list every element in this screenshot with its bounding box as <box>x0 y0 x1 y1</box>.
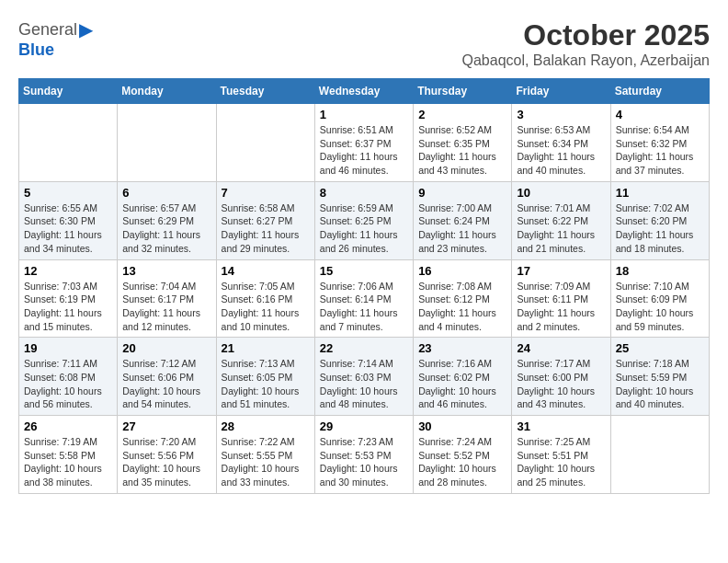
day-number: 20 <box>122 341 210 355</box>
day-number: 12 <box>24 264 112 278</box>
calendar-day-cell: 3Sunrise: 6:53 AM Sunset: 6:34 PM Daylig… <box>512 104 610 182</box>
calendar-day-cell: 31Sunrise: 7:25 AM Sunset: 5:51 PM Dayli… <box>512 416 610 494</box>
day-number: 2 <box>418 108 506 121</box>
day-info: Sunrise: 7:10 AM Sunset: 6:09 PM Dayligh… <box>616 280 704 334</box>
calendar-day-cell: 29Sunrise: 7:23 AM Sunset: 5:53 PM Dayli… <box>314 416 413 494</box>
day-number: 30 <box>418 419 506 433</box>
day-number: 10 <box>517 186 605 200</box>
calendar-day-cell: 14Sunrise: 7:05 AM Sunset: 6:16 PM Dayli… <box>216 259 314 338</box>
day-number: 27 <box>122 419 210 433</box>
day-info: Sunrise: 7:17 AM Sunset: 6:00 PM Dayligh… <box>517 357 605 411</box>
day-info: Sunrise: 6:59 AM Sunset: 6:25 PM Dayligh… <box>320 201 408 256</box>
day-info: Sunrise: 7:13 AM Sunset: 6:05 PM Dayligh… <box>222 357 310 411</box>
day-info: Sunrise: 7:16 AM Sunset: 6:02 PM Dayligh… <box>418 357 506 411</box>
day-info: Sunrise: 7:22 AM Sunset: 5:55 PM Dayligh… <box>222 435 310 489</box>
day-number: 8 <box>320 186 408 200</box>
day-number: 23 <box>418 341 506 355</box>
day-info: Sunrise: 7:08 AM Sunset: 6:12 PM Dayligh… <box>418 280 506 334</box>
calendar-day-cell: 24Sunrise: 7:17 AM Sunset: 6:00 PM Dayli… <box>512 338 610 416</box>
weekday-header-row: SundayMondayTuesdayWednesdayThursdayFrid… <box>19 79 710 104</box>
location-title: Qabaqcol, Balakan Rayon, Azerbaijan <box>461 52 710 69</box>
day-number: 24 <box>517 341 605 355</box>
day-number: 13 <box>122 264 210 278</box>
calendar-day-cell: 25Sunrise: 7:18 AM Sunset: 5:59 PM Dayli… <box>610 338 709 416</box>
day-number: 14 <box>222 264 310 278</box>
day-info: Sunrise: 7:14 AM Sunset: 6:03 PM Dayligh… <box>320 357 408 411</box>
calendar-day-cell: 27Sunrise: 7:20 AM Sunset: 5:56 PM Dayli… <box>118 416 216 494</box>
day-number: 1 <box>320 108 408 121</box>
logo-bird-icon: ▶ <box>79 18 93 40</box>
calendar-week-row: 1Sunrise: 6:51 AM Sunset: 6:37 PM Daylig… <box>19 104 710 182</box>
weekday-header-cell: Tuesday <box>216 79 314 104</box>
logo: General ▶ Blue <box>18 18 93 60</box>
day-info: Sunrise: 7:18 AM Sunset: 5:59 PM Dayligh… <box>616 357 704 411</box>
day-number: 26 <box>24 419 112 433</box>
weekday-header-cell: Friday <box>512 79 610 104</box>
day-info: Sunrise: 7:23 AM Sunset: 5:53 PM Dayligh… <box>320 435 408 489</box>
day-info: Sunrise: 7:20 AM Sunset: 5:56 PM Dayligh… <box>122 435 210 489</box>
weekday-header-cell: Saturday <box>610 79 709 104</box>
calendar-day-cell: 16Sunrise: 7:08 AM Sunset: 6:12 PM Dayli… <box>414 259 512 338</box>
calendar-day-cell <box>216 104 314 182</box>
calendar-week-row: 19Sunrise: 7:11 AM Sunset: 6:08 PM Dayli… <box>19 338 710 416</box>
day-number: 5 <box>24 186 112 200</box>
day-number: 15 <box>320 264 408 278</box>
weekday-header-cell: Monday <box>118 79 216 104</box>
header: General ▶ Blue October 2025 Qabaqcol, Ba… <box>18 18 710 69</box>
day-number: 31 <box>517 419 605 433</box>
title-section: October 2025 Qabaqcol, Balakan Rayon, Az… <box>461 18 710 69</box>
calendar-day-cell: 21Sunrise: 7:13 AM Sunset: 6:05 PM Dayli… <box>216 338 314 416</box>
day-number: 9 <box>418 186 506 200</box>
calendar-day-cell <box>118 104 216 182</box>
calendar-day-cell: 15Sunrise: 7:06 AM Sunset: 6:14 PM Dayli… <box>314 259 413 338</box>
calendar-day-cell: 10Sunrise: 7:01 AM Sunset: 6:22 PM Dayli… <box>512 181 610 259</box>
calendar-day-cell: 26Sunrise: 7:19 AM Sunset: 5:58 PM Dayli… <box>19 416 118 494</box>
weekday-header-cell: Sunday <box>19 79 118 104</box>
weekday-header-cell: Wednesday <box>314 79 413 104</box>
day-info: Sunrise: 6:55 AM Sunset: 6:30 PM Dayligh… <box>24 201 112 256</box>
day-info: Sunrise: 7:25 AM Sunset: 5:51 PM Dayligh… <box>517 435 605 489</box>
day-number: 4 <box>616 108 704 121</box>
day-number: 16 <box>418 264 506 278</box>
calendar-body: 1Sunrise: 6:51 AM Sunset: 6:37 PM Daylig… <box>19 104 710 494</box>
day-info: Sunrise: 7:01 AM Sunset: 6:22 PM Dayligh… <box>517 201 605 256</box>
calendar-day-cell: 1Sunrise: 6:51 AM Sunset: 6:37 PM Daylig… <box>314 104 413 182</box>
calendar-day-cell: 23Sunrise: 7:16 AM Sunset: 6:02 PM Dayli… <box>414 338 512 416</box>
calendar-day-cell: 20Sunrise: 7:12 AM Sunset: 6:06 PM Dayli… <box>118 338 216 416</box>
day-number: 29 <box>320 419 408 433</box>
day-info: Sunrise: 7:02 AM Sunset: 6:20 PM Dayligh… <box>616 201 704 256</box>
calendar-table: SundayMondayTuesdayWednesdayThursdayFrid… <box>18 78 710 494</box>
day-number: 6 <box>122 186 210 200</box>
day-info: Sunrise: 7:06 AM Sunset: 6:14 PM Dayligh… <box>320 280 408 334</box>
calendar-day-cell: 5Sunrise: 6:55 AM Sunset: 6:30 PM Daylig… <box>19 181 118 259</box>
day-number: 18 <box>616 264 704 278</box>
day-info: Sunrise: 6:57 AM Sunset: 6:29 PM Dayligh… <box>122 201 210 256</box>
weekday-header-cell: Thursday <box>414 79 512 104</box>
day-info: Sunrise: 7:04 AM Sunset: 6:17 PM Dayligh… <box>122 280 210 334</box>
calendar-day-cell <box>610 416 709 494</box>
calendar-week-row: 26Sunrise: 7:19 AM Sunset: 5:58 PM Dayli… <box>19 416 710 494</box>
logo-blue: Blue <box>18 40 54 60</box>
day-number: 28 <box>222 419 310 433</box>
day-number: 17 <box>517 264 605 278</box>
day-info: Sunrise: 7:00 AM Sunset: 6:24 PM Dayligh… <box>418 201 506 256</box>
day-number: 22 <box>320 341 408 355</box>
day-number: 11 <box>616 186 704 200</box>
calendar-day-cell: 11Sunrise: 7:02 AM Sunset: 6:20 PM Dayli… <box>610 181 709 259</box>
calendar-day-cell: 18Sunrise: 7:10 AM Sunset: 6:09 PM Dayli… <box>610 259 709 338</box>
day-info: Sunrise: 7:12 AM Sunset: 6:06 PM Dayligh… <box>122 357 210 411</box>
day-number: 7 <box>222 186 310 200</box>
calendar-day-cell: 8Sunrise: 6:59 AM Sunset: 6:25 PM Daylig… <box>314 181 413 259</box>
day-number: 21 <box>222 341 310 355</box>
day-number: 25 <box>616 341 704 355</box>
calendar-day-cell: 13Sunrise: 7:04 AM Sunset: 6:17 PM Dayli… <box>118 259 216 338</box>
day-number: 19 <box>24 341 112 355</box>
calendar-day-cell: 19Sunrise: 7:11 AM Sunset: 6:08 PM Dayli… <box>19 338 118 416</box>
logo-general: General <box>18 20 77 40</box>
day-info: Sunrise: 7:19 AM Sunset: 5:58 PM Dayligh… <box>24 435 112 489</box>
calendar-day-cell: 7Sunrise: 6:58 AM Sunset: 6:27 PM Daylig… <box>216 181 314 259</box>
day-info: Sunrise: 7:03 AM Sunset: 6:19 PM Dayligh… <box>24 280 112 334</box>
day-info: Sunrise: 7:09 AM Sunset: 6:11 PM Dayligh… <box>517 280 605 334</box>
calendar-day-cell: 4Sunrise: 6:54 AM Sunset: 6:32 PM Daylig… <box>610 104 709 182</box>
day-info: Sunrise: 6:52 AM Sunset: 6:35 PM Dayligh… <box>418 123 506 178</box>
